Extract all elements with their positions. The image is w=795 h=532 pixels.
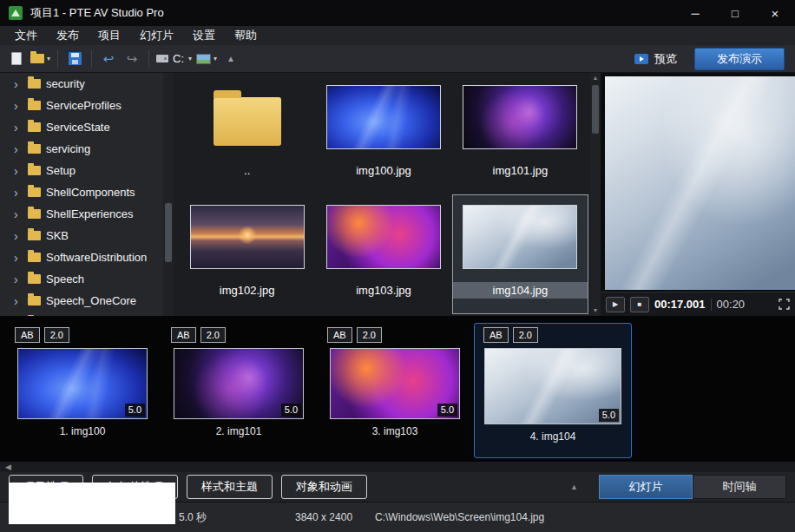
save-icon xyxy=(69,52,82,65)
slide-thumbnail[interactable]: 5.0 xyxy=(17,348,148,419)
chevron-right-icon[interactable]: › xyxy=(14,143,23,155)
chevron-right-icon[interactable]: › xyxy=(14,78,23,90)
tree-item-shellexperiences[interactable]: › ShellExperiences xyxy=(0,203,174,225)
time-current: 00:17.001 xyxy=(654,298,706,311)
stop-button[interactable]: ■ xyxy=(630,297,649,312)
ab-transition-chip[interactable]: AB xyxy=(483,327,509,343)
save-button[interactable] xyxy=(65,49,84,69)
slide-duration-badge: 5.0 xyxy=(125,404,145,417)
chevron-right-icon[interactable]: › xyxy=(14,273,23,286)
browser-scrollbar[interactable]: ▴ ▾ xyxy=(590,73,601,316)
chevron-right-icon[interactable]: › xyxy=(14,295,23,307)
tab-timeline[interactable]: 时间轴 xyxy=(693,475,786,499)
folder-icon xyxy=(28,101,41,110)
toolbar-separator xyxy=(91,50,92,68)
chevron-right-icon[interactable]: › xyxy=(14,122,23,134)
menu-project[interactable]: 项目 xyxy=(89,26,130,45)
parent-folder-item[interactable]: .. xyxy=(179,75,315,194)
tree-item-softwaredistribution[interactable]: › SoftwareDistribution xyxy=(0,246,174,268)
tree-item-shellcomponents[interactable]: › ShellComponents xyxy=(0,181,174,203)
menu-settings[interactable]: 设置 xyxy=(183,26,225,45)
tree-item-skb[interactable]: › SKB xyxy=(0,225,174,246)
file-item-img101[interactable]: img101.jpg xyxy=(452,75,588,194)
preview-button[interactable]: 预览 xyxy=(627,49,684,69)
slide-item-2[interactable]: AB 2.0 5.0 2. img101 xyxy=(161,323,316,455)
tree-item-label: servicing xyxy=(46,142,90,155)
folder-icon xyxy=(28,166,41,175)
browser-scrollbar-thumb[interactable] xyxy=(592,85,599,134)
menu-bar: 文件 发布 项目 幻灯片 设置 帮助 xyxy=(0,26,795,45)
slide-caption: 2. img101 xyxy=(216,425,262,437)
tab-slides[interactable]: 幻灯片 xyxy=(599,475,693,499)
slide-item-3[interactable]: AB 2.0 5.0 3. img103 xyxy=(318,323,472,455)
file-label: img100.jpg xyxy=(316,162,450,179)
scroll-left-icon[interactable]: ◀ xyxy=(5,463,11,471)
file-item-img100[interactable]: img100.jpg xyxy=(315,75,451,194)
chevron-right-icon[interactable]: › xyxy=(14,100,23,112)
close-button[interactable]: × xyxy=(755,0,795,26)
tree-item-serviceprofiles[interactable]: › ServiceProfiles xyxy=(0,95,174,116)
chevron-right-icon[interactable]: › xyxy=(14,252,23,264)
timeline-scroll-strip[interactable]: ◀ xyxy=(0,462,795,472)
scroll-down-icon[interactable]: ▾ xyxy=(594,307,597,314)
chevron-right-icon[interactable]: › xyxy=(14,230,23,242)
drive-selector[interactable]: C: ▾ xyxy=(156,49,192,69)
styles-themes-button[interactable]: 样式和主题 xyxy=(187,475,273,499)
transition-time-chip[interactable]: 2.0 xyxy=(513,327,538,343)
transition-time-chip[interactable]: 2.0 xyxy=(44,327,69,343)
tree-item-speech[interactable]: › Speech xyxy=(0,268,174,290)
title-bar: 项目1 - PTE AV Studio Pro ─ □ × xyxy=(0,0,795,26)
menu-slide[interactable]: 幻灯片 xyxy=(130,26,183,45)
tree-item-setup[interactable]: › Setup xyxy=(0,160,174,181)
file-item-img103[interactable]: img103.jpg xyxy=(315,194,451,314)
tree-item-servicestate[interactable]: › ServiceState xyxy=(0,116,174,138)
file-item-img102[interactable]: img102.jpg xyxy=(179,194,315,314)
slide-thumbnail[interactable]: 5.0 xyxy=(484,348,621,424)
slide-item-4-selected[interactable]: AB 2.0 5.0 4. img104 xyxy=(474,323,632,458)
menu-help[interactable]: 帮助 xyxy=(225,26,266,45)
new-project-button[interactable] xyxy=(7,49,26,69)
maximize-button[interactable]: □ xyxy=(715,0,755,26)
tree-item-label: SoftwareDistribution xyxy=(46,251,147,264)
redo-button[interactable]: ↪ xyxy=(122,49,141,69)
chevron-right-icon[interactable]: › xyxy=(14,165,23,177)
slide-thumbnail[interactable]: 5.0 xyxy=(174,348,304,419)
chevron-right-icon[interactable]: › xyxy=(14,187,23,199)
tree-scrollbar[interactable] xyxy=(163,73,174,316)
main-area: › security › ServiceProfiles › ServiceSt… xyxy=(0,73,795,316)
transition-time-chip[interactable]: 2.0 xyxy=(200,327,226,343)
undo-icon: ↩ xyxy=(103,52,115,65)
folder-icon xyxy=(28,253,41,262)
play-button[interactable]: ▶ xyxy=(606,297,625,312)
minimize-button[interactable]: ─ xyxy=(675,0,715,26)
file-item-img104-selected[interactable]: img104.jpg xyxy=(452,194,588,314)
slide-thumbnail[interactable]: 5.0 xyxy=(330,348,460,419)
navigate-up-button[interactable]: ▲ xyxy=(221,49,240,69)
status-resolution: 3840 x 2400 xyxy=(295,511,352,523)
media-dropdown-icon: ▾ xyxy=(214,56,217,62)
scroll-up-icon[interactable]: ▴ xyxy=(594,75,597,82)
chevron-right-icon[interactable]: › xyxy=(14,208,23,220)
view-tabs: 幻灯片 时间轴 xyxy=(599,475,786,499)
tree-item-speech-onecore[interactable]: › Speech_OneCore xyxy=(0,290,174,312)
tree-item-security[interactable]: › security xyxy=(0,73,174,95)
open-project-button[interactable]: ▾ xyxy=(30,49,50,69)
undo-button[interactable]: ↩ xyxy=(99,49,118,69)
slide-item-1[interactable]: AB 2.0 5.0 1. img100 xyxy=(5,323,160,455)
file-thumbnail xyxy=(463,85,577,149)
open-dropdown-icon[interactable]: ▾ xyxy=(47,56,50,62)
media-type-selector[interactable]: ▾ xyxy=(196,49,217,69)
ab-transition-chip[interactable]: AB xyxy=(15,327,40,343)
fullscreen-icon[interactable] xyxy=(779,299,790,310)
transition-time-chip[interactable]: 2.0 xyxy=(357,327,382,343)
collapse-up-icon[interactable]: ▲ xyxy=(570,483,578,491)
publish-button[interactable]: 发布演示 xyxy=(694,48,785,70)
objects-animation-button[interactable]: 对象和动画 xyxy=(281,475,367,499)
ab-transition-chip[interactable]: AB xyxy=(171,327,196,343)
tree-item-servicing[interactable]: › servicing xyxy=(0,138,174,160)
menu-file[interactable]: 文件 xyxy=(5,26,47,45)
tree-scrollbar-thumb[interactable] xyxy=(165,203,172,262)
ab-transition-chip[interactable]: AB xyxy=(327,327,352,343)
menu-publish[interactable]: 发布 xyxy=(47,26,89,45)
drive-label: C: xyxy=(173,52,184,65)
